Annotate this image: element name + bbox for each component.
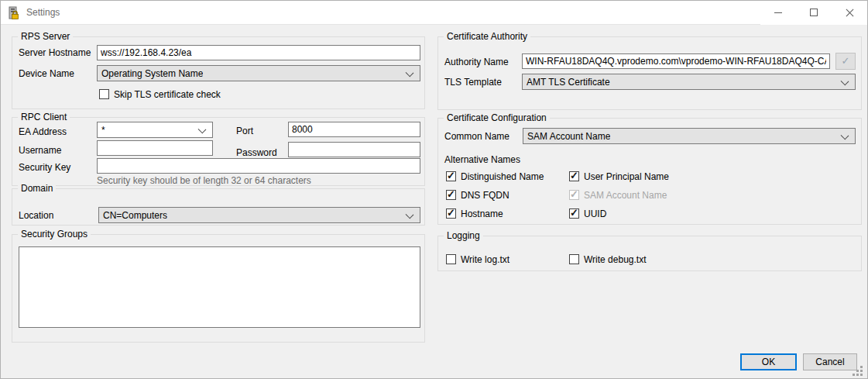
location-label: Location <box>19 210 53 221</box>
logging-group: Logging Write log.txt Write debug.txt <box>437 236 862 271</box>
titlebar[interactable]: Settings <box>1 1 867 25</box>
authority-name-label: Authority Name <box>444 57 509 67</box>
dns-fqdn-checkbox[interactable] <box>446 190 456 200</box>
app-icon <box>8 6 22 20</box>
uuid-checkbox[interactable] <box>569 208 579 219</box>
rps-server-group: RPS Server Server Hostname Device Name O… <box>12 36 425 109</box>
hostname-label: Hostname <box>461 208 503 219</box>
tls-template-select[interactable]: AMT TLS Certificate <box>522 74 856 90</box>
cancel-button[interactable]: Cancel <box>803 353 857 370</box>
verify-authority-button[interactable]: ✓ <box>835 53 856 70</box>
skip-tls-checkbox[interactable] <box>99 89 109 99</box>
device-name-select[interactable]: Operating System Name <box>97 65 420 81</box>
minimize-button[interactable] <box>760 1 796 25</box>
password-label: Password <box>236 147 277 158</box>
common-name-select[interactable]: SAM Account Name <box>523 128 856 144</box>
location-select[interactable]: CN=Computers <box>98 207 420 223</box>
chevron-down-icon <box>841 132 849 140</box>
domain-group: Domain Location CN=Computers <box>12 188 425 226</box>
rpc-client-group: RPC Client EA Address * Port Username Pa… <box>12 117 425 186</box>
security-key-hint: Security key should be of length 32 or 6… <box>97 175 311 186</box>
close-button[interactable] <box>832 1 867 25</box>
certificate-configuration-group: Certificate Configuration Common Name SA… <box>437 118 862 225</box>
distinguished-name-checkbox[interactable] <box>446 171 456 181</box>
close-icon <box>846 9 853 16</box>
uuid-label: UUID <box>584 208 606 219</box>
distinguished-name-label: Distinguished Name <box>461 171 544 182</box>
rpc-client-group-title: RPC Client <box>18 112 70 122</box>
security-groups-listbox[interactable] <box>19 246 420 328</box>
server-hostname-label: Server Hostname <box>19 47 91 58</box>
tls-template-label: TLS Template <box>444 77 502 88</box>
settings-window: Settings RPS Server Server Hostname Devi… <box>0 0 868 379</box>
chevron-down-icon <box>406 211 414 219</box>
write-log-label: Write log.txt <box>461 254 509 265</box>
skip-tls-label: Skip TLS certificate check <box>114 89 221 100</box>
chevron-down-icon <box>841 78 849 86</box>
rps-server-group-title: RPS Server <box>18 31 73 42</box>
port-label: Port <box>236 126 253 136</box>
alternative-names-label: Alternative Names <box>444 154 520 165</box>
write-debug-checkbox[interactable] <box>569 254 579 264</box>
certificate-authority-group: Certificate Authority Authority Name ✓ T… <box>437 36 862 110</box>
maximize-icon <box>810 9 818 16</box>
username-label: Username <box>19 145 61 156</box>
maximize-button[interactable] <box>796 1 832 25</box>
certificate-configuration-group-title: Certificate Configuration <box>444 112 550 123</box>
username-input[interactable] <box>97 140 213 156</box>
port-input[interactable] <box>288 122 420 137</box>
chevron-down-icon <box>406 69 414 78</box>
security-groups-group-title: Security Groups <box>18 229 91 239</box>
user-principal-name-label: User Principal Name <box>584 171 669 182</box>
common-name-label: Common Name <box>444 131 509 142</box>
ea-address-label: EA Address <box>19 126 67 137</box>
minimize-icon <box>774 12 782 13</box>
server-hostname-input[interactable] <box>97 45 420 60</box>
domain-group-title: Domain <box>18 183 56 194</box>
resize-grip-icon[interactable] <box>860 366 863 368</box>
authority-name-input[interactable] <box>522 53 830 69</box>
certificate-authority-group-title: Certificate Authority <box>444 31 530 42</box>
security-key-label: Security Key <box>19 162 70 173</box>
checkmark-icon: ✓ <box>842 55 850 67</box>
write-debug-label: Write debug.txt <box>584 254 646 265</box>
ok-button[interactable]: OK <box>740 353 797 370</box>
logging-group-title: Logging <box>444 230 483 241</box>
ea-address-select[interactable]: * <box>97 122 213 138</box>
sam-account-name-checkbox <box>569 190 579 200</box>
write-log-checkbox[interactable] <box>446 254 456 264</box>
device-name-label: Device Name <box>19 68 74 79</box>
hostname-checkbox[interactable] <box>446 208 456 219</box>
security-key-input[interactable] <box>97 158 420 174</box>
user-principal-name-checkbox[interactable] <box>569 171 579 181</box>
dns-fqdn-label: DNS FQDN <box>461 190 509 201</box>
security-groups-group: Security Groups <box>12 234 425 343</box>
chevron-down-icon <box>198 126 207 134</box>
password-input[interactable] <box>288 142 420 157</box>
window-title: Settings <box>26 7 60 18</box>
sam-account-name-label: SAM Account Name <box>584 190 667 201</box>
